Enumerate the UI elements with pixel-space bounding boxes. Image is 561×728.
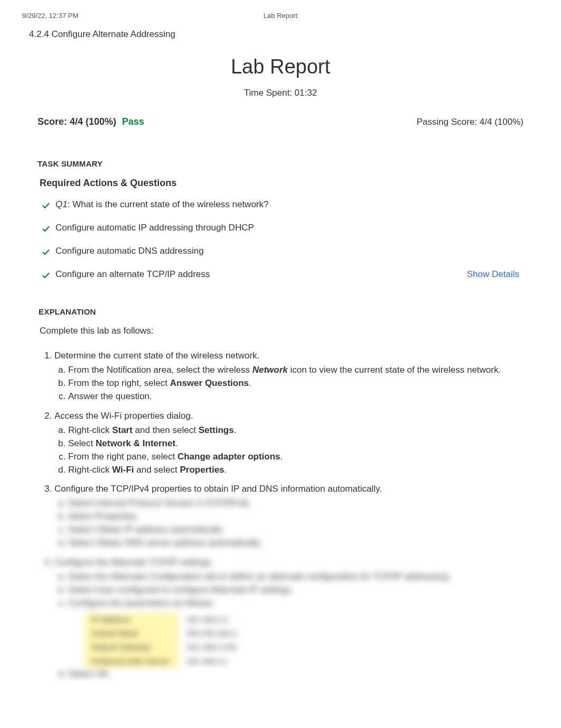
step: Determine the current state of the wirel… [54,350,522,403]
check-icon [42,201,50,210]
print-doc-title: Lab Report [194,12,367,20]
table-cell: 255.255.255.0 [179,626,244,640]
substep-hidden: Select Internet Protocol Version 4 (TCP/… [68,497,522,510]
substep: From the top right, select Answer Questi… [68,377,522,390]
table-cell: 192.168.0.254 [179,640,244,654]
task-text: Configure automatic DNS addressing [55,246,519,256]
passing-score: Passing Score: 4/4 (100%) [417,117,523,127]
substep: Select Network & Internet. [68,438,522,450]
table-cell: Preferred DNS Server: [84,655,179,668]
substep-hidden: Select Obtain DNS server address automat… [68,537,522,549]
table-cell: Default Gateway: [84,640,179,654]
substep: Right-click Wi-Fi and select Properties. [68,464,522,476]
explanation-intro: Complete this lab as follows: [39,322,522,350]
substep-hidden: Select Properties. [68,511,522,523]
task-row: Configure an alternate TCP/IP addressSho… [38,265,523,285]
substep-hidden: Select the Alternate Configuration tab t… [68,571,522,583]
score-value: Score: 4/4 (100%) [38,116,116,127]
task-row: Configure automatic DNS addressing [38,242,523,262]
step: Configure the TCP/IPv4 properties to obt… [54,483,522,549]
substep: From the Notification area, select the w… [68,364,522,376]
substep-hidden: Configure the parameters as follows: [68,597,522,610]
task-text: Configure automatic IP addressing throug… [55,223,519,233]
check-icon [42,248,50,256]
show-details-link[interactable]: Show Details [467,269,519,280]
explanation-heading: EXPLANATION [39,304,522,322]
required-actions-heading: Required Actions & Questions [29,174,532,195]
table-cell: 192.168.0.1 [179,655,244,668]
table-cell: 192.168.0.4 [179,613,244,626]
task-text: Q1: What is the current state of the wir… [55,199,519,210]
check-icon [42,225,50,233]
step-hidden: Configure the Alternate TCP/IP settings.… [54,557,522,680]
task-row: Configure automatic IP addressing throug… [38,218,523,238]
task-summary-heading: TASK SUMMARY [29,149,532,174]
check-icon [42,271,50,280]
substep: Right-click Start and then select Settin… [68,425,522,437]
task-text: Configure an alternate TCP/IP address [55,269,452,280]
step: Access the Wi-Fi properties dialog.Right… [54,410,522,476]
page-title: Lab Report [29,43,532,84]
substep: Answer the question. [68,391,522,403]
substep-hidden: Select Obtain IP address automatically. [68,524,522,536]
status-badge: Pass [122,116,144,127]
print-timestamp: 9/29/22, 12:37 PM [22,12,194,20]
substep: From the right pane, select Change adapt… [68,451,522,463]
time-spent: Time Spent: 01:32 [29,84,532,114]
table-cell: Subnet Mask: [84,626,179,640]
breadcrumb: 4.2.4 Configure Alternate Addressing [0,25,561,43]
substep-hidden: Select OK. [68,668,522,680]
table-cell: IP Address: [84,613,179,626]
task-row: Q1: What is the current state of the wir… [38,195,523,215]
substep-hidden: Select User configured to configure Alte… [68,584,522,596]
